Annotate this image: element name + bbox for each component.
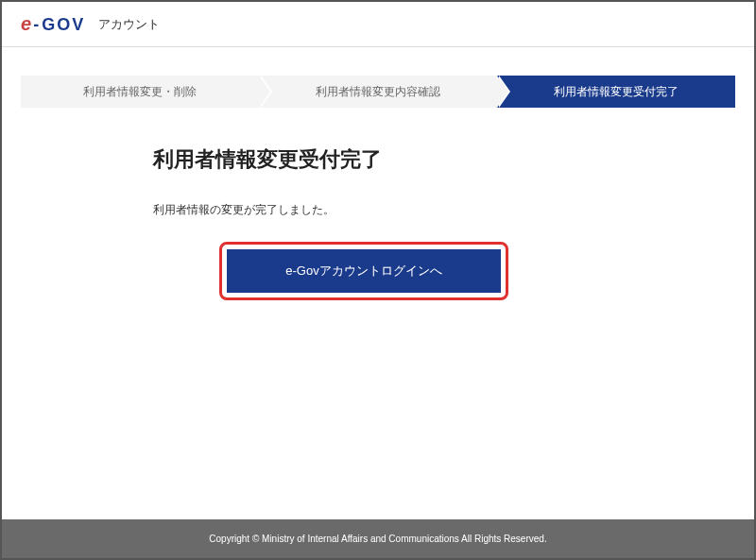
page-title: 利用者情報変更受付完了 [153, 145, 735, 174]
step-3-active: 利用者情報変更受付完了 [497, 76, 735, 108]
step-1-label: 利用者情報変更・削除 [83, 84, 197, 100]
copyright-text: Copyright © Ministry of Internal Affairs… [209, 534, 546, 544]
logo-gov-text: GOV [42, 15, 85, 35]
step-1: 利用者情報変更・削除 [21, 76, 259, 108]
completion-message: 利用者情報の変更が完了しました。 [153, 202, 735, 218]
step-3-label: 利用者情報変更受付完了 [554, 84, 679, 100]
logo-e-mark: e [21, 13, 31, 35]
progress-steps: 利用者情報変更・削除 利用者情報変更内容確認 利用者情報変更受付完了 [21, 76, 735, 108]
header: e - GOV アカウント [2, 2, 754, 47]
logo-subtitle: アカウント [98, 16, 160, 33]
login-button[interactable]: e-Govアカウントログインへ [227, 249, 501, 293]
content: 利用者情報変更・削除 利用者情報変更内容確認 利用者情報変更受付完了 利用者情報… [2, 47, 754, 300]
button-highlight-frame: e-Govアカウントログインへ [219, 242, 508, 300]
step-2-label: 利用者情報変更内容確認 [316, 84, 440, 100]
footer: Copyright © Ministry of Internal Affairs… [2, 519, 754, 558]
logo: e - GOV [21, 13, 85, 35]
step-2: 利用者情報変更内容確認 [259, 76, 497, 108]
logo-dash: - [33, 15, 40, 35]
main-area: 利用者情報変更受付完了 利用者情報の変更が完了しました。 e-Govアカウントロ… [21, 145, 735, 300]
